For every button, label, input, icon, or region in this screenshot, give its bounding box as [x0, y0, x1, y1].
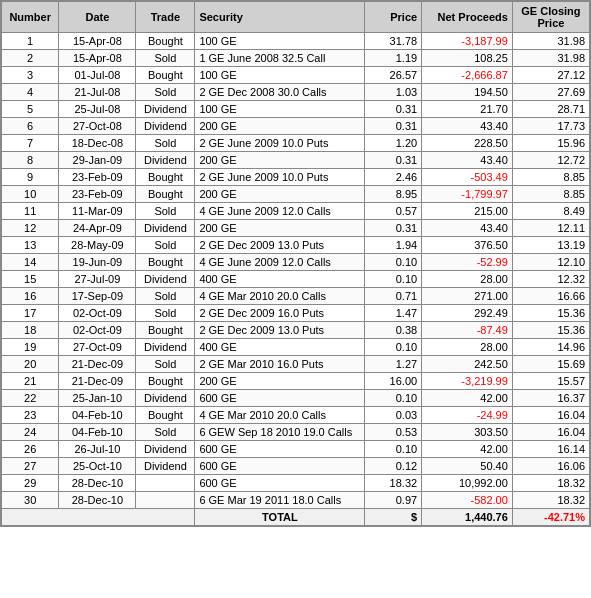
- cell-net-proceeds: 28.00: [422, 339, 513, 356]
- cell-date: 26-Jul-10: [59, 441, 136, 458]
- main-table-container: Number Date Trade Security Price Net Pro…: [0, 0, 591, 527]
- table-row: 8 29-Jan-09 Dividend 200 GE 0.31 43.40 1…: [2, 152, 590, 169]
- cell-ge-closing: 27.69: [512, 84, 589, 101]
- cell-ge-closing: 31.98: [512, 50, 589, 67]
- cell-date: 23-Feb-09: [59, 169, 136, 186]
- cell-price: 0.12: [365, 458, 422, 475]
- header-ge-closing: GE Closing Price: [512, 2, 589, 33]
- cell-number: 22: [2, 390, 59, 407]
- cell-net-proceeds: 215.00: [422, 203, 513, 220]
- cell-date: 21-Dec-09: [59, 373, 136, 390]
- table-row: 23 04-Feb-10 Bought 4 GE Mar 2010 20.0 C…: [2, 407, 590, 424]
- cell-security: 100 GE: [195, 67, 365, 84]
- cell-ge-closing: 18.32: [512, 492, 589, 509]
- cell-price: 0.03: [365, 407, 422, 424]
- table-row: 15 27-Jul-09 Dividend 400 GE 0.10 28.00 …: [2, 271, 590, 288]
- cell-ge-closing: 12.72: [512, 152, 589, 169]
- cell-ge-closing: 16.66: [512, 288, 589, 305]
- cell-ge-closing: 15.36: [512, 305, 589, 322]
- header-date: Date: [59, 2, 136, 33]
- cell-security: 200 GE: [195, 220, 365, 237]
- cell-date: 04-Feb-10: [59, 424, 136, 441]
- cell-ge-closing: 15.69: [512, 356, 589, 373]
- cell-net-proceeds: -1,799.97: [422, 186, 513, 203]
- cell-ge-closing: 8.85: [512, 169, 589, 186]
- cell-ge-closing: 12.10: [512, 254, 589, 271]
- cell-security: 2 GE June 2009 10.0 Puts: [195, 135, 365, 152]
- cell-ge-closing: 16.14: [512, 441, 589, 458]
- cell-trade: Bought: [136, 33, 195, 50]
- table-row: 17 02-Oct-09 Sold 2 GE Dec 2009 16.0 Put…: [2, 305, 590, 322]
- header-price: Price: [365, 2, 422, 33]
- cell-security: 4 GE Mar 2010 20.0 Calls: [195, 288, 365, 305]
- cell-trade: Bought: [136, 67, 195, 84]
- cell-date: 28-Dec-10: [59, 475, 136, 492]
- cell-trade: Dividend: [136, 118, 195, 135]
- cell-security: 2 GE Dec 2009 16.0 Puts: [195, 305, 365, 322]
- cell-net-proceeds: 42.00: [422, 390, 513, 407]
- cell-number: 30: [2, 492, 59, 509]
- cell-security: 400 GE: [195, 271, 365, 288]
- cell-date: 15-Apr-08: [59, 33, 136, 50]
- cell-price: 0.53: [365, 424, 422, 441]
- header-trade: Trade: [136, 2, 195, 33]
- cell-number: 6: [2, 118, 59, 135]
- cell-trade: Bought: [136, 254, 195, 271]
- cell-trade: Dividend: [136, 441, 195, 458]
- cell-date: 11-Mar-09: [59, 203, 136, 220]
- cell-price: 0.10: [365, 271, 422, 288]
- cell-number: 14: [2, 254, 59, 271]
- cell-ge-closing: 13.19: [512, 237, 589, 254]
- cell-number: 13: [2, 237, 59, 254]
- cell-price: 0.10: [365, 339, 422, 356]
- cell-date: 19-Jun-09: [59, 254, 136, 271]
- table-row: 26 26-Jul-10 Dividend 600 GE 0.10 42.00 …: [2, 441, 590, 458]
- cell-price: 1.20: [365, 135, 422, 152]
- cell-security: 1 GE June 2008 32.5 Call: [195, 50, 365, 67]
- cell-net-proceeds: -3,187.99: [422, 33, 513, 50]
- cell-ge-closing: 8.85: [512, 186, 589, 203]
- cell-trade: Dividend: [136, 271, 195, 288]
- cell-price: 1.03: [365, 84, 422, 101]
- cell-price: 0.31: [365, 152, 422, 169]
- cell-net-proceeds: -503.49: [422, 169, 513, 186]
- cell-security: 2 GE June 2009 10.0 Puts: [195, 169, 365, 186]
- cell-number: 27: [2, 458, 59, 475]
- cell-trade: Dividend: [136, 101, 195, 118]
- cell-date: 15-Apr-08: [59, 50, 136, 67]
- cell-number: 19: [2, 339, 59, 356]
- cell-trade: Sold: [136, 203, 195, 220]
- cell-number: 17: [2, 305, 59, 322]
- cell-number: 16: [2, 288, 59, 305]
- cell-price: 1.47: [365, 305, 422, 322]
- cell-net-proceeds: 271.00: [422, 288, 513, 305]
- cell-ge-closing: 16.37: [512, 390, 589, 407]
- cell-number: 21: [2, 373, 59, 390]
- cell-date: 21-Dec-09: [59, 356, 136, 373]
- cell-date: 28-May-09: [59, 237, 136, 254]
- cell-number: 2: [2, 50, 59, 67]
- table-row: 12 24-Apr-09 Dividend 200 GE 0.31 43.40 …: [2, 220, 590, 237]
- cell-price: 0.97: [365, 492, 422, 509]
- cell-trade: Dividend: [136, 458, 195, 475]
- cell-trade: Sold: [136, 237, 195, 254]
- cell-net-proceeds: 242.50: [422, 356, 513, 373]
- cell-price: 0.10: [365, 390, 422, 407]
- cell-trade: Bought: [136, 169, 195, 186]
- cell-security: 200 GE: [195, 118, 365, 135]
- cell-trade: Sold: [136, 50, 195, 67]
- cell-price: 8.95: [365, 186, 422, 203]
- cell-date: 02-Oct-09: [59, 322, 136, 339]
- cell-number: 10: [2, 186, 59, 203]
- cell-number: 3: [2, 67, 59, 84]
- cell-price: 16.00: [365, 373, 422, 390]
- cell-net-proceeds: 42.00: [422, 441, 513, 458]
- cell-net-proceeds: -24.99: [422, 407, 513, 424]
- table-row: 30 28-Dec-10 6 GE Mar 19 2011 18.0 Calls…: [2, 492, 590, 509]
- cell-net-proceeds: 303.50: [422, 424, 513, 441]
- cell-net-proceeds: 28.00: [422, 271, 513, 288]
- cell-security: 4 GE June 2009 12.0 Calls: [195, 203, 365, 220]
- cell-ge-closing: 15.36: [512, 322, 589, 339]
- header-number: Number: [2, 2, 59, 33]
- cell-number: 5: [2, 101, 59, 118]
